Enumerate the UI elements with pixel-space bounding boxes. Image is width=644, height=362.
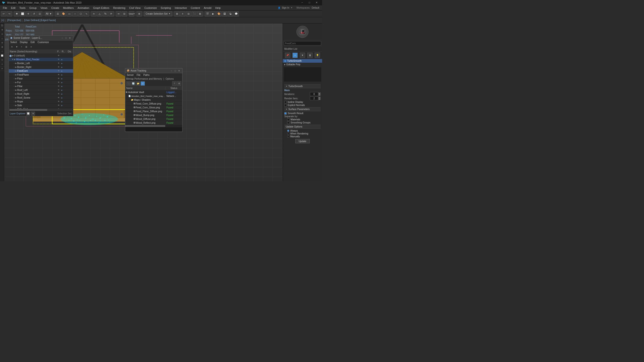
at-minimize[interactable]: − <box>170 69 173 72</box>
window-controls[interactable]: − □ ✕ <box>299 0 320 5</box>
at-menu-paths[interactable]: Paths <box>142 73 151 77</box>
at-window-controls[interactable]: − □ ✕ <box>170 69 181 72</box>
at-tb-btn-3[interactable]: 📁 <box>136 81 140 86</box>
menu-content[interactable]: Content <box>189 5 202 10</box>
se-row-side[interactable]: ○ ▶ Side 👁 ❄ <box>9 104 73 107</box>
menu-views[interactable]: Views <box>38 5 49 10</box>
scene-explorer-scrollbar[interactable] <box>9 109 73 111</box>
sidebar-btn-1[interactable]: ⬛ <box>0 23 4 28</box>
se-menu-edit[interactable]: Edit <box>29 40 36 44</box>
se-window-controls[interactable]: − □ ✕ <box>60 36 72 40</box>
materials-checkbox[interactable] <box>287 118 290 121</box>
move-button[interactable]: ✛ <box>26 11 31 16</box>
snap-angle-button[interactable]: △ <box>97 11 102 16</box>
se-row-roof-screw[interactable]: ○ ▶ Roof_Screw 👁 ❄ <box>9 96 73 100</box>
se-row-roof-left[interactable]: ○ ▶ Roof_Left 👁 ❄ <box>9 88 73 92</box>
layer-btn-4[interactable]: ⬛ <box>192 11 197 16</box>
at-row-feed-corn-diffuse[interactable]: 🖼 Feed_Corn_Diffuse.png Found <box>125 102 182 106</box>
always-row[interactable]: Always <box>287 129 321 132</box>
snap-spinner[interactable]: ⟳ <box>108 11 114 16</box>
menu-create[interactable]: Create <box>49 5 61 10</box>
asset-tracking-scrollbar[interactable] <box>125 125 182 127</box>
at-tb-btn-2[interactable]: 🔄 <box>131 81 135 86</box>
mod-icon-delete[interactable]: 🗑 <box>307 53 312 58</box>
menu-customize[interactable]: Customize <box>142 5 159 10</box>
sidebar-btn-2[interactable]: ⊞ <box>0 28 4 32</box>
se-row-side-end[interactable]: ○ ▶ Side_End 👁 ❄ <box>9 107 73 109</box>
select-region-button[interactable]: ⬜ <box>20 11 25 16</box>
render-message[interactable]: 💬 <box>234 11 239 16</box>
undo-button[interactable]: ↩ <box>1 11 6 16</box>
modifier-turbosmooth[interactable]: TurboSmooth <box>283 59 322 63</box>
env-effects[interactable]: 🌤 <box>228 11 233 16</box>
view-label-btn[interactable]: View ▼ <box>129 11 134 16</box>
menu-interactive[interactable]: Interactive <box>173 5 189 10</box>
menu-arnold[interactable]: Arnold <box>202 5 214 10</box>
se-row-wooden-bird-feeder-parent[interactable]: ▼ ▶ Wooden_Bird_Feeder 👁 ❄ <box>9 58 73 61</box>
render-iters-input[interactable] <box>310 96 318 100</box>
smooth-result-checkbox[interactable] <box>284 112 287 115</box>
rotate-button[interactable]: ↺ <box>31 11 37 16</box>
at-tb-btn-4[interactable]: ⊞ <box>140 81 145 86</box>
layer-btn-3[interactable]: ⊟ <box>186 11 191 16</box>
materials-row[interactable]: Materials <box>287 118 321 121</box>
sidebar-btn-7[interactable]: ⊹ <box>0 49 4 54</box>
se-sort-btn[interactable]: ▼ <box>14 45 19 49</box>
se-row-feedcorn[interactable]: ○ ▶ FeedCorn 👁 ❄ <box>9 69 73 73</box>
sidebar-btn-9[interactable]: ⊡ <box>0 58 4 62</box>
search-box[interactable] <box>283 40 322 47</box>
isoline-display-checkbox[interactable] <box>284 101 287 103</box>
at-row-feed-corn-gloss[interactable]: 🖼 Feed_Corn_Gloss.png Found <box>125 106 182 110</box>
at-row-maps-folder[interactable]: 📁 Maps / Shaders <box>125 98 182 102</box>
menu-group[interactable]: Group <box>27 5 38 10</box>
se-close[interactable]: ✕ <box>68 36 72 40</box>
menu-scripting[interactable]: Scripting <box>159 5 173 10</box>
explicit-normals-checkbox[interactable] <box>284 104 287 106</box>
ts-main-header[interactable]: ▼ TurboSmooth <box>284 84 321 88</box>
select-color-button[interactable]: 🎨 <box>61 11 66 16</box>
menu-tools[interactable]: Tools <box>18 5 28 10</box>
se-add-btn[interactable]: + <box>20 45 24 49</box>
smoothing-groups-row[interactable]: Smoothing Groups <box>287 121 321 124</box>
se-footer-btn-1[interactable]: ⬜ <box>26 112 30 116</box>
asset-tracking-list[interactable]: 🏛 Autodesk Vault Logged... 📄 Wooden_Bird… <box>125 90 182 125</box>
iterations-input[interactable] <box>310 92 318 96</box>
iterations-up[interactable]: ▲ <box>318 92 321 94</box>
scene-explorer-list[interactable]: ⬤ ▶ 0 (default) 👁 ▼ ▶ Wooden_Bird_Feeder <box>9 54 73 109</box>
menu-civil-view[interactable]: Civil View <box>127 5 142 10</box>
layer-btn-1[interactable]: ⊞ <box>174 11 180 16</box>
at-help-btn[interactable]: ? <box>172 81 176 86</box>
sign-in-dropdown[interactable]: ▼ <box>291 7 293 9</box>
at-settings-btn[interactable]: ⚙ <box>177 81 181 86</box>
sidebar-btn-6[interactable]: ⊠ <box>0 45 4 49</box>
iterations-spinner[interactable]: ▲ ▼ <box>318 92 321 96</box>
sidebar-btn-10[interactable]: ≡ <box>0 62 4 66</box>
manually-radio[interactable] <box>287 135 289 138</box>
se-menu-display[interactable]: Display <box>18 40 29 44</box>
scale-button[interactable]: ⊡ <box>37 11 42 16</box>
se-row-feedplane[interactable]: ○ ▶ FeedPlane 👁 ❄ <box>9 73 73 77</box>
isoline-display-row[interactable]: Isoline Display <box>284 101 321 103</box>
mod-icon-arrow[interactable]: ▼ <box>300 53 305 58</box>
at-row-wood-diffuse[interactable]: 🖼 Wood_Diffuse.png Found <box>125 117 182 121</box>
render-iters-up[interactable]: ▲ <box>318 97 321 98</box>
at-menu-server[interactable]: Server <box>125 73 135 77</box>
se-row-default[interactable]: ⬤ ▶ 0 (default) 👁 <box>9 54 73 58</box>
se-row-roof-right[interactable]: ○ ▶ Roof_Right 👁 ❄ <box>9 92 73 96</box>
se-row-border-left[interactable]: ○ ▶ Border_Left 👁 ❄ <box>9 61 73 65</box>
when-rendering-row[interactable]: When Rendering <box>287 132 321 135</box>
mirror-button[interactable]: ⇔ <box>116 11 121 16</box>
menu-edit[interactable]: Edit <box>9 5 18 10</box>
asset-tracking-bottom-input[interactable] <box>125 127 182 132</box>
render-iters-down[interactable]: ▼ <box>318 98 321 100</box>
se-menu-select[interactable]: Select <box>9 40 18 44</box>
at-menu-file[interactable]: File <box>135 73 142 77</box>
snap-2d-button[interactable]: 3D <box>91 11 96 16</box>
select-region-fence[interactable]: ⬡ <box>78 11 83 16</box>
at-row-wood-bump[interactable]: 🖼 Wood_Bump.png Found <box>125 113 182 117</box>
iterations-down[interactable]: ▼ <box>318 94 321 96</box>
se-expand-btn[interactable]: ≡ <box>29 45 33 49</box>
always-radio[interactable] <box>287 130 289 132</box>
se-row-floor[interactable]: ○ ▶ Floor 👁 ❄ <box>9 77 73 81</box>
at-maximize[interactable]: □ <box>174 69 177 72</box>
